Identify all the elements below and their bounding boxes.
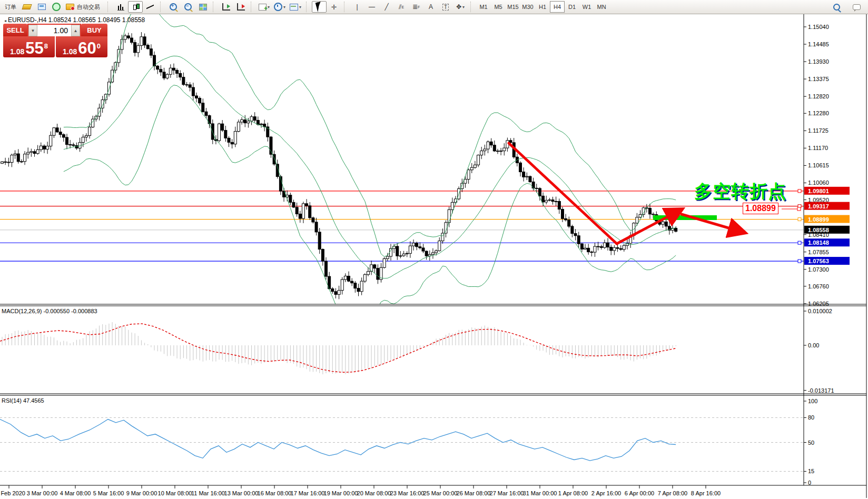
svg-text:1.08899: 1.08899 [808, 216, 829, 223]
main-toolbar: 订单 自动交易 + − ▾ ▾ [0, 0, 868, 14]
timeframe-button-m5[interactable]: M5 [491, 1, 506, 13]
svg-text:5 Mar 16:00: 5 Mar 16:00 [93, 490, 124, 496]
timeframe-button-m30[interactable]: M30 [520, 1, 535, 13]
one-click-trading-panel: SELL ▼ 1.00 ▲ BUY 1.08 55 8 1.08 60 0 [3, 24, 107, 57]
gold-ingot-icon[interactable] [19, 1, 34, 13]
svg-text:1.10060: 1.10060 [808, 179, 829, 186]
svg-text:11 Mar 16:00: 11 Mar 16:00 [191, 490, 225, 496]
broadcast-icon[interactable] [49, 1, 64, 13]
line-endpoint-marker[interactable] [798, 189, 801, 193]
channel-tool-button[interactable]: ⫽E [394, 1, 409, 13]
volume-decrease-button[interactable]: ▼ [28, 25, 37, 36]
line-endpoint-marker[interactable] [798, 218, 801, 221]
crosshair-tool-button[interactable]: ✛ [327, 1, 341, 13]
svg-text:31 Mar 00:00: 31 Mar 00:00 [523, 490, 557, 496]
svg-text:1.10615: 1.10615 [808, 162, 829, 168]
svg-text:23 Mar 16:00: 23 Mar 16:00 [390, 490, 425, 496]
horizontal-line-tool-button[interactable]: — [364, 1, 379, 13]
autotrading-label: 自动交易 [74, 3, 103, 11]
cursor-tool-button[interactable] [312, 1, 327, 13]
svg-text:1.06205: 1.06205 [808, 301, 829, 307]
line-endpoint-marker[interactable] [798, 260, 801, 263]
zoom-in-button[interactable]: + [166, 1, 181, 13]
sell-button[interactable]: SELL [3, 24, 27, 36]
arrows-tool-button[interactable]: ✥▾ [453, 1, 468, 13]
autotrading-button[interactable]: 自动交易 [64, 1, 105, 13]
chart-shift-button[interactable] [233, 1, 248, 13]
timeframe-button-h4[interactable]: H4 [550, 1, 565, 13]
svg-text:1.11725: 1.11725 [808, 127, 828, 134]
label-tool-button[interactable]: T [438, 1, 453, 13]
buy-price-button[interactable]: 1.08 60 0 [56, 36, 107, 57]
timeframe-button-d1[interactable]: D1 [565, 1, 579, 13]
new-order-button[interactable]: 订单 [2, 1, 19, 13]
price-label-annotation[interactable]: 1.08899 [743, 203, 778, 214]
charts-window-icon[interactable] [34, 1, 49, 13]
svg-text:15: 15 [808, 468, 814, 474]
chart-title: ◂EURUSD-,H4 1.08524 1.08565 1.08495 1.08… [4, 16, 145, 24]
trading-terminal-window: 订单 自动交易 + − ▾ ▾ [0, 0, 868, 499]
line-endpoint-marker[interactable] [798, 241, 801, 244]
add-indicator-button[interactable]: ▾ [257, 1, 272, 13]
svg-text:1.13930: 1.13930 [808, 58, 829, 65]
period-button[interactable]: ▾ [272, 1, 288, 13]
template-button[interactable]: ▾ [288, 1, 303, 13]
svg-text:1.08148: 1.08148 [808, 239, 829, 246]
svg-text:1.11170: 1.11170 [808, 145, 828, 151]
timeframe-button-m1[interactable]: M1 [476, 1, 491, 13]
chart-symbol-period: EURUSD-,H4 [8, 16, 46, 24]
svg-text:26 Mar 08:00: 26 Mar 08:00 [457, 490, 491, 496]
svg-text:13 Mar 00:00: 13 Mar 00:00 [224, 490, 259, 496]
timeframe-button-h1[interactable]: H1 [535, 1, 550, 13]
buy-price-big: 60 [78, 41, 96, 56]
svg-text:19 Mar 00:00: 19 Mar 00:00 [324, 490, 358, 496]
chart-symbol-marker: ◂ [4, 18, 6, 23]
buy-price-small: 1.08 [63, 48, 77, 56]
chart-canvas[interactable]: 1.150401.144851.139301.133751.128201.122… [0, 0, 868, 499]
svg-text:1.14485: 1.14485 [808, 41, 829, 47]
buy-button[interactable]: BUY [81, 24, 107, 36]
toolbar-separator [251, 2, 254, 12]
timeframe-button-mn[interactable]: MN [594, 1, 609, 13]
price-label-anchor [797, 207, 801, 211]
svg-text:28 Feb 2020: 28 Feb 2020 [0, 490, 25, 496]
zoom-out-button[interactable]: − [181, 1, 195, 13]
vertical-line-tool-button[interactable]: | [350, 1, 364, 13]
candlestick-mode-button[interactable] [128, 1, 143, 13]
svg-text:1.07300: 1.07300 [808, 266, 829, 273]
svg-text:17 Mar 16:00: 17 Mar 16:00 [291, 490, 325, 496]
rsi-label: RSI(14) 47.4565 [2, 397, 44, 404]
sell-price-big: 55 [25, 41, 43, 56]
svg-text:1.08558: 1.08558 [808, 227, 829, 233]
chat-icon[interactable] [849, 1, 864, 13]
toolbar-separator [213, 2, 216, 12]
timeframe-button-w1[interactable]: W1 [579, 1, 594, 13]
bar-chart-mode-button[interactable] [113, 1, 128, 13]
toolbar-separator [160, 2, 163, 12]
svg-text:1.09801: 1.09801 [808, 188, 829, 194]
text-tool-button[interactable]: A [423, 1, 438, 13]
svg-text:16 Mar 08:00: 16 Mar 08:00 [258, 490, 292, 496]
svg-text:27 Mar 16:00: 27 Mar 16:00 [490, 490, 524, 496]
trendline-tool-button[interactable]: ╱ [379, 1, 394, 13]
volume-input[interactable]: 1.00 [37, 25, 71, 36]
svg-text:1 Apr 08:00: 1 Apr 08:00 [558, 490, 588, 496]
svg-text:25 Mar 00:00: 25 Mar 00:00 [423, 490, 458, 496]
timeframe-button-m15[interactable]: M15 [506, 1, 520, 13]
svg-text:1.12280: 1.12280 [808, 110, 829, 116]
sell-price-button[interactable]: 1.08 55 8 [3, 36, 55, 57]
svg-text:50: 50 [808, 440, 814, 446]
auto-scroll-button[interactable] [219, 1, 233, 13]
volume-increase-button[interactable]: ▲ [71, 25, 80, 36]
svg-text:7 Apr 08:00: 7 Apr 08:00 [658, 490, 687, 496]
search-icon[interactable] [829, 1, 844, 13]
svg-text:80: 80 [808, 414, 814, 421]
turning-point-annotation: 多空转折点 [694, 179, 786, 204]
tile-windows-button[interactable] [195, 1, 210, 13]
fibonacci-tool-button[interactable]: ≣F [409, 1, 423, 13]
svg-text:20 Mar 08:00: 20 Mar 08:00 [357, 490, 391, 496]
timeframe-group: M1M5M15M30H1H4D1W1MN [475, 1, 610, 13]
line-chart-mode-button[interactable] [143, 1, 157, 13]
svg-text:8 Apr 16:00: 8 Apr 16:00 [691, 490, 721, 496]
toolbar-separator [107, 2, 111, 12]
